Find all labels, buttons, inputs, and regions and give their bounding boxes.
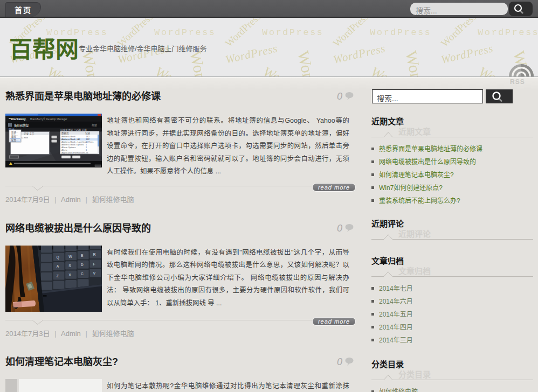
svg-text:26: 26 <box>86 151 88 154</box>
svg-text:132: 132 <box>86 135 90 138</box>
svg-text:E: E <box>81 253 84 257</box>
svg-text:Q: Q <box>57 255 60 260</box>
svg-text:Address Book - All: Address Book - All <box>61 138 80 141</box>
svg-text:R: R <box>93 253 95 256</box>
svg-text:S: S <box>68 263 71 267</box>
svg-text:132: 132 <box>86 138 90 141</box>
svg-text:BlackBerry® Desktop Manager: BlackBerry® Desktop Manager <box>30 117 67 121</box>
svg-text:W: W <box>68 254 72 258</box>
svg-text:记录: 记录 <box>85 131 91 135</box>
svg-text:记录 字节: 记录 字节 <box>24 132 35 136</box>
svg-text:F: F <box>93 262 95 265</box>
svg-text:C: C <box>81 272 84 276</box>
svg-text:D: D <box>81 263 84 267</box>
svg-text:A: A <box>57 264 59 268</box>
svg-text:帮助: 帮助 <box>92 123 97 127</box>
svg-text:数据库: 数据库 <box>61 131 69 135</box>
svg-text:Application Permissions: Application Permissions <box>61 151 85 154</box>
svg-text:Z: Z <box>57 274 59 277</box>
svg-text:V: V <box>93 271 95 275</box>
svg-text:Address Book: Address Book <box>61 135 76 138</box>
svg-text:℠BlackBerry,: ℠BlackBerry, <box>8 117 26 121</box>
svg-text:X: X <box>68 273 71 277</box>
svg-text:备份和恢复: 备份和恢复 <box>14 123 29 128</box>
